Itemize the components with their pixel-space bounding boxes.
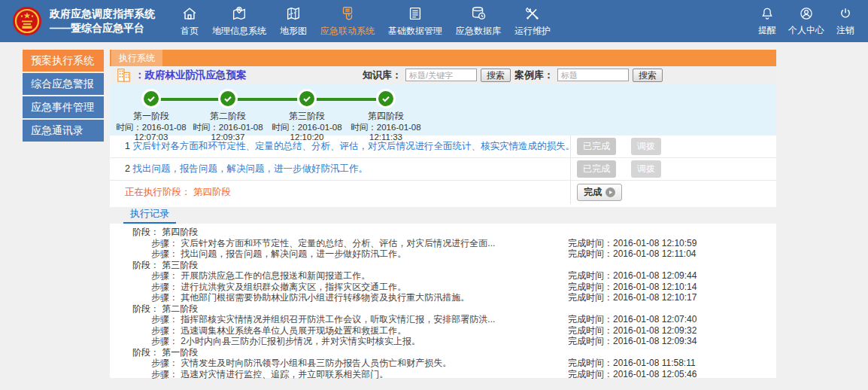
main-content: 执行系统 ：政府林业防汛应急预案 知识库： 搜索 案例库： 搜 [110,50,776,378]
record-step-text: 步骤： 其他部门根据需要协助林业防汛小组进行转移物资及执行重大防汛措施。 [110,292,568,303]
stage-progress: 第一阶段 时间：2016-01-08 12:07:03 第二阶段 时间：2016… [110,84,776,136]
record-step-text: 步骤： 2小时内向县三防办汇报初步情况，并对灾情实时核实上报。 [110,336,568,347]
gis-map-pin-icon [231,5,247,23]
current-stage-label: 正在执行阶段： 第四阶段 [110,186,570,199]
record-title: 执行记录 [123,207,176,224]
app-brand: 政府应急调度指挥系统 ——暨综合应急平台 [0,6,155,36]
dispatch-button[interactable]: 调拨 [631,160,661,178]
nav-item-terrain-map[interactable]: 地形图 [280,5,307,38]
knowledge-search-button[interactable]: 搜索 [481,69,511,82]
dispatch-button[interactable]: 调拨 [631,138,661,155]
current-stage-tasks: 1 灾后针对各方面和环节定性、定量的总结、分析、评估，对灾后情况进行全面统计、核… [110,136,776,204]
record-step-row: 步骤： 其他部门根据需要协助林业防汛小组进行转移物资及执行重大防汛措施。 完成时… [110,292,776,303]
case-search-button[interactable]: 搜索 [633,69,663,82]
task-number: 2 [125,163,130,174]
nav-item-gis[interactable]: 地理信息系统 [212,5,266,38]
nav-item-user-center[interactable]: 个人中心 [788,5,824,37]
record-stage-label: 阶段： 第四阶段 [110,227,776,238]
nav-item-basic-data[interactable]: 基础数据管理 [388,5,442,38]
record-step-row: 步骤： 灾后针对各方面和环节定性、定量的总结、分析、评估，对灾后情况进行全面..… [110,238,776,249]
record-step-row: 步骤： 指挥部核实灾情情况并组织召开防洪工作会议，听取灾情汇报，安排部署防洪..… [110,314,776,325]
check-icon [218,89,238,108]
knowledge-search-input[interactable] [405,69,477,81]
record-step-text: 步骤： 迅速调集林业系统各单位人员展开现场处置和救援工作。 [110,325,568,337]
task-link[interactable]: 灾后针对各方面和环节定性、定量的总结、分析、评估，对灾后情况进行全面统计、核实灾… [132,141,570,151]
sidebar-item-plan-execution[interactable]: 预案执行系统 [23,50,104,72]
user-icon [799,5,814,22]
completed-button[interactable]: 已完成 [577,138,616,155]
plan-header-row: ：政府林业防汛应急预案 知识库： 搜索 案例库： 搜索 [110,66,776,84]
power-icon [838,5,853,22]
record-stage-label: 阶段： 第一阶段 [110,347,776,358]
case-search-input[interactable] [557,69,629,81]
check-icon [376,89,396,108]
record-step-text: 步骤： 灾后针对各方面和环节定性、定量的总结、分析、评估，对灾后情况进行全面..… [110,238,568,249]
section-tab-bar: 执行系统 [110,50,776,66]
check-icon [297,89,317,108]
plan-title[interactable]: ：政府林业防汛应急预案 [135,69,247,82]
nav-item-emergency-database[interactable]: 应急数据库 [456,5,501,38]
building-icon [117,68,132,82]
app-title-line2: ——暨综合应急平台 [50,21,155,35]
sidebar-item-emergency-alert[interactable]: 综合应急警报 [23,73,104,95]
record-stage-label: 阶段： 第三阶段 [110,260,776,271]
record-step-row: 步骤： 迅速对灾情进行监控、追踪，并立即联系相关部门。 完成时间：2016-01… [110,369,776,380]
record-step-time: 完成时间：2016-01-08 12:05:46 [568,369,776,380]
database-icon [470,5,487,23]
navbar-user-actions: 提醒 个人中心 注销 [758,5,868,37]
nav-item-maintenance[interactable]: 运行维护 [514,5,551,38]
nav-item-home[interactable]: 首页 [181,5,199,38]
nav-item-alerts[interactable]: 提醒 [758,5,776,37]
finish-button[interactable]: 完成 [577,184,622,201]
emergency-linkage-icon [339,5,356,23]
home-icon [181,5,198,23]
execution-record-list: 阶段： 第四阶段 步骤： 灾后针对各方面和环节定性、定量的总结、分析、评估，对灾… [110,224,776,378]
document-icon [407,5,423,23]
task-link[interactable]: 找出问题，报告问题，解决问题，进一步做好防汛工作。 [132,163,368,174]
record-step-time: 完成时间：2016-01-08 12:10:59 [568,238,776,249]
record-step-row: 步骤： 进行抗洪救灾及组织群众撤离灾区，指挥灾区交通工作。 完成时间：2016-… [110,282,776,293]
app-title-line1: 政府应急调度指挥系统 [50,7,155,21]
knowledge-search-label: 知识库： [363,69,402,82]
tab-execution-system[interactable]: 执行系统 [111,50,162,66]
nav-item-emergency-linkage[interactable]: 应急联动系统 [320,5,375,38]
terrain-map-icon [285,5,302,23]
national-emblem-logo [12,6,42,36]
completed-button[interactable]: 已完成 [577,160,616,178]
record-step-row: 步骤： 迅速调集林业系统各单位人员展开现场处置和救援工作。 完成时间：2016-… [110,325,776,337]
record-step-text: 步骤： 开展防洪应急工作的信息报送和新闻报道工作。 [110,270,568,282]
record-step-time: 完成时间：2016-01-08 12:07:40 [568,314,776,325]
record-step-time: 完成时间：2016-01-08 11:58:11 [568,358,776,369]
record-step-text: 步骤： 迅速对灾情进行监控、追踪，并立即联系相关部门。 [110,369,568,380]
record-step-time: 完成时间：2016-01-08 12:11:04 [568,248,776,260]
record-step-row: 步骤： 2小时内向县三防办汇报初步情况，并对灾情实时核实上报。 完成时间：201… [110,336,776,347]
bell-icon [760,5,775,22]
record-step-time: 完成时间：2016-01-08 12:09:32 [568,325,776,337]
main-nav: 首页 地理信息系统 地形图 [181,5,551,38]
record-step-row: 步骤： 灾情发生及时向防汛领导小组和县三防办报告人员伤亡和财产损失。 完成时间：… [110,358,776,369]
current-stage-row: 正在执行阶段： 第四阶段 完成 [110,181,776,204]
record-step-time: 完成时间：2016-01-08 12:09:34 [568,336,776,347]
tools-icon [524,5,541,23]
stage-step-4: 第四阶段 时间：2016-01-08 12:11:33 [344,89,427,142]
record-step-row: 步骤： 找出问题，报告问题，解决问题，进一步做好防汛工作。 完成时间：2016-… [110,248,776,260]
record-step-time: 完成时间：2016-01-08 12:10:14 [568,282,776,293]
record-step-text: 步骤： 找出问题，报告问题，解决问题，进一步做好防汛工作。 [110,248,568,260]
nav-item-logout[interactable]: 注销 [836,5,854,37]
search-group: 知识库： 搜索 案例库： 搜索 [363,66,663,84]
record-step-text: 步骤： 灾情发生及时向防汛领导小组和县三防办报告人员伤亡和财产损失。 [110,358,568,369]
task-number: 1 [125,141,130,151]
record-step-time: 完成时间：2016-01-08 12:10:17 [568,292,776,303]
record-section-header: 执行记录 [110,207,776,224]
sidebar: 预案执行系统 综合应急警报 应急事件管理 应急通讯录 [23,50,104,143]
record-step-text: 步骤： 进行抗洪救灾及组织群众撤离灾区，指挥灾区交通工作。 [110,282,568,293]
stage-step-1: 第一阶段 时间：2016-01-08 12:07:03 [110,89,193,142]
top-navbar: 政府应急调度指挥系统 ——暨综合应急平台 首页 地理信息系统 [0,0,868,42]
sidebar-item-event-management[interactable]: 应急事件管理 [23,96,104,118]
record-stage-label: 阶段： 第二阶段 [110,303,776,315]
sidebar-item-contacts[interactable]: 应急通讯录 [23,120,104,142]
play-icon [605,187,615,197]
check-icon [141,89,161,108]
record-step-row: 步骤： 开展防洪应急工作的信息报送和新闻报道工作。 完成时间：2016-01-0… [110,270,776,282]
record-step-time: 完成时间：2016-01-08 12:09:44 [568,270,776,282]
